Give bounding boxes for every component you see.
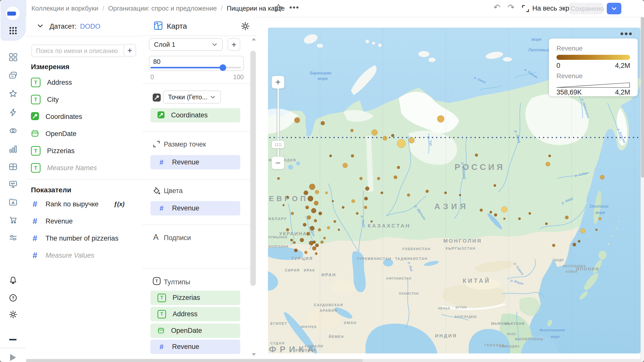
panel-scroll-down-arrow[interactable] bbox=[252, 353, 256, 356]
service-settings-sliders-icon[interactable] bbox=[8, 233, 18, 242]
tooltip-field-chip[interactable]: # Revenue bbox=[150, 340, 240, 354]
pizzeria-point[interactable] bbox=[306, 232, 310, 236]
measure-measure-values[interactable]: # Measure Values bbox=[26, 248, 142, 262]
opacity-value[interactable]: 80 bbox=[153, 58, 160, 66]
breadcrumb-workbook[interactable]: Организации: спрос и предложение bbox=[108, 5, 217, 12]
marketplace-cart-icon[interactable] bbox=[8, 215, 18, 225]
pizzeria-point[interactable] bbox=[503, 218, 505, 220]
pizzeria-point[interactable] bbox=[318, 228, 321, 231]
breadcrumb-collections[interactable]: Коллекции и воркбуки bbox=[31, 5, 98, 12]
pizzeria-point[interactable] bbox=[529, 212, 531, 215]
pizzeria-point[interactable] bbox=[490, 211, 492, 213]
charts-icon[interactable] bbox=[8, 144, 18, 154]
save-dropdown-button[interactable] bbox=[607, 3, 621, 14]
pizzeria-point[interactable] bbox=[310, 226, 314, 231]
measure-rank[interactable]: # Rank по выручке ƒ(x) bbox=[26, 197, 142, 211]
size-field-chip[interactable]: # Revenue bbox=[150, 155, 240, 169]
panel-scrollbar[interactable] bbox=[250, 51, 256, 286]
window-horizontal-scrollbar-thumb[interactable] bbox=[26, 359, 363, 362]
pizzeria-point[interactable] bbox=[459, 194, 461, 196]
pizzeria-point[interactable] bbox=[351, 154, 354, 157]
settings-gear-icon[interactable] bbox=[8, 310, 18, 319]
pizzeria-point[interactable] bbox=[364, 197, 368, 200]
page-more-menu-icon[interactable]: ••• bbox=[289, 3, 299, 12]
tooltip-field-chip[interactable]: T Address bbox=[150, 307, 240, 321]
pizzeria-point[interactable] bbox=[305, 206, 309, 209]
color-field-chip[interactable]: # Revenue bbox=[150, 201, 240, 215]
pizzeria-point[interactable] bbox=[359, 177, 363, 180]
pizzeria-point[interactable] bbox=[350, 129, 353, 132]
search-input[interactable] bbox=[31, 44, 126, 57]
pizzeria-point[interactable] bbox=[565, 216, 569, 219]
pizzeria-point[interactable] bbox=[397, 139, 406, 148]
pizzeria-point[interactable] bbox=[573, 243, 576, 246]
pizzeria-point[interactable] bbox=[315, 252, 317, 255]
pizzeria-point[interactable] bbox=[343, 163, 348, 168]
pizzeria-point[interactable] bbox=[314, 201, 318, 205]
pizzeria-point[interactable] bbox=[334, 220, 336, 223]
tooltip-field-chip[interactable]: OpenDate bbox=[150, 324, 240, 338]
dimension-coordinates[interactable]: Coordinates bbox=[26, 110, 142, 124]
pizzeria-point[interactable] bbox=[332, 200, 334, 202]
pizzeria-point[interactable] bbox=[283, 204, 285, 206]
fullscreen-icon[interactable] bbox=[521, 4, 530, 14]
apps-grid-icon[interactable] bbox=[8, 26, 18, 35]
add-field-button[interactable]: + bbox=[124, 44, 136, 57]
pizzeria-point[interactable] bbox=[304, 251, 307, 254]
pizzeria-point[interactable] bbox=[323, 237, 326, 239]
opacity-slider[interactable] bbox=[150, 67, 241, 68]
pizzeria-point[interactable] bbox=[475, 154, 478, 157]
zoom-out-button[interactable]: − bbox=[272, 157, 284, 169]
zoom-in-button[interactable]: + bbox=[272, 76, 284, 88]
pizzeria-point[interactable] bbox=[286, 196, 289, 198]
widgets-icon[interactable] bbox=[8, 52, 18, 62]
dimension-city[interactable]: T City bbox=[26, 93, 142, 107]
geopoint-field-chip[interactable]: Coordinates bbox=[150, 108, 240, 122]
pizzeria-point[interactable] bbox=[309, 241, 313, 245]
pizzeria-point[interactable] bbox=[294, 117, 300, 123]
pizzeria-point[interactable] bbox=[308, 196, 313, 201]
pizzeria-point[interactable] bbox=[307, 215, 311, 219]
pizzeria-point[interactable] bbox=[518, 217, 521, 220]
measure-revenue[interactable]: # Revenue bbox=[26, 214, 142, 228]
pizzeria-point[interactable] bbox=[546, 162, 550, 166]
pizzeria-point[interactable] bbox=[320, 241, 324, 244]
layer-select[interactable]: Слой 1 bbox=[149, 38, 223, 51]
dimension-pizzerias[interactable]: T Pizzerias bbox=[26, 144, 142, 158]
pizzeria-point[interactable] bbox=[545, 222, 548, 225]
widget-more-menu-icon[interactable]: ••• bbox=[620, 28, 633, 39]
pizzeria-point[interactable] bbox=[315, 190, 319, 194]
pizzeria-point[interactable] bbox=[552, 244, 555, 247]
dashboards-monitor-icon[interactable] bbox=[8, 179, 18, 189]
measure-number-of-pizzerias[interactable]: # The number of pizzerias bbox=[26, 231, 142, 245]
pizzeria-point[interactable] bbox=[377, 177, 380, 180]
geotype-select[interactable]: Точки (Гето... bbox=[163, 90, 221, 104]
pizzeria-point[interactable] bbox=[578, 240, 580, 243]
saved-button[interactable]: Сохранено bbox=[569, 3, 603, 14]
pizzeria-point[interactable] bbox=[580, 228, 585, 233]
pizzeria-point[interactable] bbox=[494, 213, 497, 216]
map-chart-type-icon[interactable] bbox=[154, 21, 163, 31]
pizzeria-point[interactable] bbox=[304, 191, 308, 195]
pizzeria-point[interactable] bbox=[494, 184, 496, 187]
dataset-name-link[interactable]: DODO bbox=[80, 23, 100, 30]
pizzeria-point[interactable] bbox=[312, 246, 316, 250]
pizzeria-point[interactable] bbox=[394, 175, 397, 179]
pizzeria-point[interactable] bbox=[397, 166, 400, 169]
pizzeria-point[interactable] bbox=[293, 241, 296, 244]
dataset-header[interactable]: Датасет: DODO bbox=[26, 17, 142, 36]
favorites-star-icon[interactable] bbox=[8, 89, 18, 99]
tooltip-field-chip[interactable]: T Pizzerias bbox=[150, 291, 240, 305]
opacity-slider-thumb[interactable] bbox=[220, 64, 226, 71]
pizzeria-point[interactable] bbox=[364, 206, 367, 209]
undo-icon[interactable]: ↶ bbox=[494, 3, 500, 12]
pizzeria-point[interactable] bbox=[548, 155, 551, 157]
zoom-slider-handle[interactable] bbox=[272, 141, 284, 148]
connections-icon[interactable] bbox=[8, 126, 18, 135]
chart-settings-gear-icon[interactable] bbox=[240, 21, 250, 32]
pizzeria-point[interactable] bbox=[318, 212, 322, 215]
pizzeria-point[interactable] bbox=[314, 219, 317, 222]
pizzeria-point[interactable] bbox=[325, 192, 328, 194]
datasets-table-icon[interactable] bbox=[8, 162, 18, 171]
help-question-icon[interactable]: ? bbox=[8, 293, 18, 303]
